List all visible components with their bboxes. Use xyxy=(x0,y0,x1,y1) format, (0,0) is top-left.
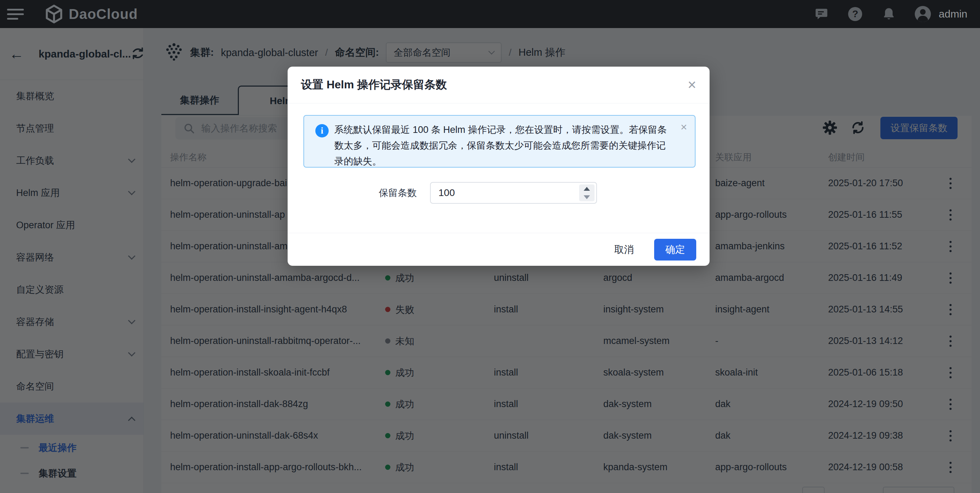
alert-close-icon[interactable]: × xyxy=(681,121,687,134)
topbar-right: ? admin xyxy=(814,6,967,22)
modal-footer: 取消 确定 xyxy=(288,233,710,266)
retention-form: 保留条数 xyxy=(288,182,710,204)
username: admin xyxy=(939,8,967,20)
brand-name: DaoCloud xyxy=(69,6,138,22)
info-icon: i xyxy=(315,124,329,137)
modal-header: 设置 Helm 操作记录保留条数 × xyxy=(288,67,710,103)
cancel-button[interactable]: 取消 xyxy=(614,243,634,256)
retention-count-label: 保留条数 xyxy=(288,182,417,204)
daocloud-logo-icon xyxy=(44,4,64,24)
hamburger-menu-icon[interactable] xyxy=(7,6,23,22)
topbar: DaoCloud ? admin xyxy=(0,0,980,28)
brand: DaoCloud xyxy=(44,4,138,24)
ok-button[interactable]: 确定 xyxy=(654,239,696,261)
chat-icon[interactable] xyxy=(814,6,829,22)
user-avatar[interactable] xyxy=(915,6,931,22)
retention-count-input[interactable] xyxy=(431,183,578,203)
close-icon[interactable]: × xyxy=(687,78,696,92)
retention-modal: 设置 Helm 操作记录保留条数 × i 系统默认保留最近 100 条 Helm… xyxy=(288,67,710,266)
help-icon[interactable]: ? xyxy=(847,6,863,22)
modal-title: 设置 Helm 操作记录保留条数 xyxy=(301,77,447,92)
stepper-down-icon[interactable] xyxy=(579,193,595,201)
retention-count-field xyxy=(430,182,597,204)
number-stepper xyxy=(579,184,595,201)
alert-text: 系统默认保留最近 100 条 Helm 操作记录，您在设置时，请按需设置。若保留… xyxy=(334,122,668,169)
stepper-up-icon[interactable] xyxy=(579,184,595,193)
notifications-bell-icon[interactable] xyxy=(881,6,897,22)
info-alert: i 系统默认保留最近 100 条 Helm 操作记录，您在设置时，请按需设置。若… xyxy=(304,115,695,168)
